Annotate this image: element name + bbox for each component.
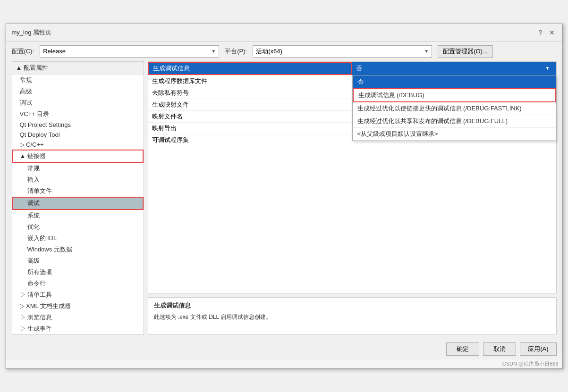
tree-leaf-item[interactable]: Qt Deploy Tool bbox=[12, 130, 144, 140]
dropdown-item[interactable]: 生成经过优化以使链接更快的调试信息 (/DEBUG:FASTLINK) bbox=[353, 102, 556, 115]
dropdown-item[interactable]: 生成经过优化以共享和发布的调试信息 (/DEBUG:FULL) bbox=[353, 115, 556, 128]
tree-group-item[interactable]: ▷ C/C++ bbox=[12, 140, 144, 150]
tree-leaf-item[interactable]: 调试 bbox=[12, 97, 144, 108]
active-prop-val: 否 ▼ bbox=[352, 62, 556, 75]
dropdown-item[interactable]: <从父级或项目默认设置继承> bbox=[353, 128, 556, 141]
platform-select[interactable]: 活动(x64) ▼ bbox=[253, 45, 432, 58]
prop-key: 去除私有符号 bbox=[148, 87, 352, 99]
right-panel: 生成调试信息 否 ▼ 生成程序数据库文件 去除私有符号 生成映射文件 映射文件名… bbox=[148, 61, 557, 335]
config-select[interactable]: Release ▼ bbox=[40, 45, 219, 58]
prop-key: 生成程序数据库文件 bbox=[148, 75, 352, 87]
prop-key: 映射导出 bbox=[148, 123, 352, 134]
tree-panel: ▲ 配置属性 常规高级调试VC++ 目录Qt Project SettingsQ… bbox=[12, 61, 144, 335]
tree-group-item[interactable]: ▲ 链接器 bbox=[12, 150, 144, 163]
main-content: ▲ 配置属性 常规高级调试VC++ 目录Qt Project SettingsQ… bbox=[6, 61, 562, 339]
ok-button[interactable]: 确定 bbox=[446, 342, 479, 356]
tree-leaf-item[interactable]: 所有选项 bbox=[12, 267, 144, 278]
tree-leaf-item[interactable]: 高级 bbox=[12, 86, 144, 97]
tree-leaf-item[interactable]: 系统 bbox=[12, 210, 144, 221]
tree-leaf-item[interactable]: 嵌入的 IDL bbox=[12, 233, 144, 244]
config-select-value: Release bbox=[43, 48, 66, 55]
active-prop-key: 生成调试信息 bbox=[148, 62, 352, 75]
platform-dropdown-arrow: ▼ bbox=[424, 49, 429, 54]
platform-label: 平台(P): bbox=[225, 47, 247, 56]
tree-leaf-item[interactable]: Windows 元数据 bbox=[12, 244, 144, 255]
val-dropdown-button[interactable]: ▼ bbox=[543, 64, 552, 73]
property-dialog: my_log 属性页 ? ✕ 配置(C): Release ▼ 平台(P): 活… bbox=[6, 24, 563, 369]
tree-root-label: ▲ 配置属性 bbox=[16, 64, 48, 72]
tree-leaf-item[interactable]: 常规 bbox=[12, 163, 144, 174]
title-bar-controls: ? ✕ bbox=[536, 28, 557, 37]
prop-key: 生成映射文件 bbox=[148, 99, 352, 110]
desc-title: 生成调试信息 bbox=[154, 301, 551, 310]
tree-leaf-item[interactable]: 调试 bbox=[12, 197, 144, 210]
apply-button[interactable]: 应用(A) bbox=[520, 342, 556, 356]
desc-panel: 生成调试信息 此选项为 .exe 文件或 DLL 启用调试信息创建。 bbox=[148, 297, 557, 335]
dropdown-overlay: 否生成调试信息 (/DEBUG)生成经过优化以使链接更快的调试信息 (/DEBU… bbox=[352, 75, 556, 141]
tree-leaf-item[interactable]: 输入 bbox=[12, 174, 144, 185]
tree-leaf-item[interactable]: 常规 bbox=[12, 75, 144, 86]
active-prop-val-text: 否 bbox=[356, 64, 362, 73]
tree-leaf-item[interactable]: Qt Project Settings bbox=[12, 120, 144, 130]
prop-key: 映射文件名 bbox=[148, 111, 352, 122]
dropdown-item[interactable]: 生成调试信息 (/DEBUG) bbox=[353, 88, 556, 102]
dropdown-item[interactable]: 否 bbox=[353, 75, 556, 88]
props-table: 生成调试信息 否 ▼ 生成程序数据库文件 去除私有符号 生成映射文件 映射文件名… bbox=[148, 61, 557, 293]
tree-leaf-item[interactable]: 优化 bbox=[12, 221, 144, 233]
close-button[interactable]: ✕ bbox=[547, 28, 557, 37]
tree-group-item[interactable]: ▷ 清单工具 bbox=[12, 289, 144, 300]
config-row: 配置(C): Release ▼ 平台(P): 活动(x64) ▼ 配置管理器(… bbox=[6, 42, 562, 61]
tree-root[interactable]: ▲ 配置属性 bbox=[12, 62, 144, 75]
bottom-bar: 确定 取消 应用(A) bbox=[6, 339, 562, 359]
config-dropdown-arrow: ▼ bbox=[211, 49, 216, 54]
tree-group-item[interactable]: ▷ 浏览信息 bbox=[12, 312, 144, 323]
dialog-title: my_log 属性页 bbox=[12, 28, 52, 37]
help-button[interactable]: ? bbox=[536, 28, 545, 37]
tree-leaf-item[interactable]: 高级 bbox=[12, 255, 144, 267]
desc-text: 此选项为 .exe 文件或 DLL 启用调试信息创建。 bbox=[154, 313, 551, 321]
active-props-row[interactable]: 生成调试信息 否 ▼ bbox=[148, 62, 556, 75]
tree-leaf-item[interactable]: 命令行 bbox=[12, 278, 144, 289]
cancel-button[interactable]: 取消 bbox=[483, 342, 516, 356]
tree-leaf-item[interactable]: VC++ 目录 bbox=[12, 108, 144, 120]
platform-select-value: 活动(x64) bbox=[256, 47, 282, 56]
title-bar: my_log 属性页 ? ✕ bbox=[6, 24, 562, 42]
tree-leaf-item[interactable]: 清单文件 bbox=[12, 185, 144, 197]
watermark: CSDN @程序员小日666 bbox=[6, 359, 562, 368]
config-label: 配置(C): bbox=[12, 47, 34, 56]
tree-group-item[interactable]: ▷ 生成事件 bbox=[12, 323, 144, 334]
tree-group-item[interactable]: ▷ XML 文档生成器 bbox=[12, 300, 144, 312]
prop-key: 可调试程序集 bbox=[148, 134, 352, 146]
config-manager-button[interactable]: 配置管理器(O)... bbox=[438, 45, 493, 58]
